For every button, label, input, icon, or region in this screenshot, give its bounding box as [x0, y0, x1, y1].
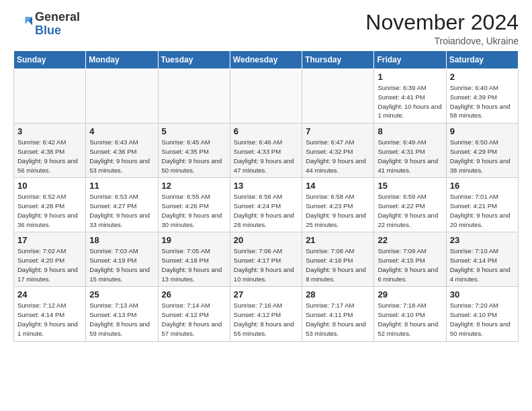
day-info: Sunrise: 6:46 AM Sunset: 4:33 PM Dayligh… — [234, 138, 298, 175]
table-row: 14Sunrise: 6:58 AM Sunset: 4:23 PM Dayli… — [302, 178, 374, 232]
col-thursday: Thursday — [302, 51, 374, 69]
day-number: 12 — [162, 181, 226, 191]
day-info: Sunrise: 7:05 AM Sunset: 4:18 PM Dayligh… — [162, 246, 226, 283]
table-row — [302, 69, 374, 124]
table-row: 29Sunrise: 7:18 AM Sunset: 4:10 PM Dayli… — [374, 287, 446, 341]
table-row — [14, 69, 86, 124]
week-row-3: 17Sunrise: 7:02 AM Sunset: 4:20 PM Dayli… — [14, 232, 519, 287]
table-row — [230, 69, 302, 124]
table-row: 23Sunrise: 7:10 AM Sunset: 4:14 PM Dayli… — [446, 232, 518, 287]
page: General Blue November 2024 Troiandove, U… — [0, 0, 532, 349]
table-row: 16Sunrise: 7:01 AM Sunset: 4:21 PM Dayli… — [446, 178, 518, 232]
table-row: 17Sunrise: 7:02 AM Sunset: 4:20 PM Dayli… — [14, 232, 86, 287]
day-number: 10 — [17, 181, 82, 191]
table-row: 9Sunrise: 6:50 AM Sunset: 4:29 PM Daylig… — [446, 124, 518, 178]
week-row-1: 3Sunrise: 6:42 AM Sunset: 4:38 PM Daylig… — [14, 124, 519, 178]
day-number: 18 — [89, 235, 154, 245]
day-number: 4 — [89, 126, 154, 136]
day-info: Sunrise: 7:14 AM Sunset: 4:12 PM Dayligh… — [162, 301, 226, 338]
table-row: 28Sunrise: 7:17 AM Sunset: 4:11 PM Dayli… — [302, 287, 374, 341]
day-info: Sunrise: 7:01 AM Sunset: 4:21 PM Dayligh… — [450, 192, 515, 229]
day-number: 14 — [306, 181, 370, 191]
table-row: 6Sunrise: 6:46 AM Sunset: 4:33 PM Daylig… — [230, 124, 302, 178]
day-number: 30 — [450, 289, 515, 300]
table-row: 26Sunrise: 7:14 AM Sunset: 4:12 PM Dayli… — [158, 287, 230, 341]
logo-general-text: General — [35, 10, 80, 24]
day-number: 28 — [306, 289, 370, 300]
table-row: 22Sunrise: 7:09 AM Sunset: 4:15 PM Dayli… — [374, 232, 446, 287]
table-row: 5Sunrise: 6:45 AM Sunset: 4:35 PM Daylig… — [158, 124, 230, 178]
table-row: 4Sunrise: 6:43 AM Sunset: 4:36 PM Daylig… — [86, 124, 158, 178]
table-row — [86, 69, 158, 124]
day-info: Sunrise: 7:08 AM Sunset: 4:16 PM Dayligh… — [306, 246, 370, 283]
day-info: Sunrise: 6:56 AM Sunset: 4:24 PM Dayligh… — [234, 192, 298, 229]
col-sunday: Sunday — [14, 51, 86, 69]
table-row: 21Sunrise: 7:08 AM Sunset: 4:16 PM Dayli… — [302, 232, 374, 287]
month-title: November 2024 — [365, 11, 519, 34]
day-number: 1 — [378, 72, 442, 82]
day-number: 21 — [306, 235, 370, 245]
table-row: 10Sunrise: 6:52 AM Sunset: 4:28 PM Dayli… — [14, 178, 86, 232]
day-number: 19 — [162, 235, 226, 245]
table-row: 19Sunrise: 7:05 AM Sunset: 4:18 PM Dayli… — [158, 232, 230, 287]
day-number: 6 — [234, 126, 298, 136]
day-number: 8 — [378, 126, 442, 136]
logo-blue-text: Blue — [35, 24, 61, 37]
day-info: Sunrise: 7:13 AM Sunset: 4:13 PM Dayligh… — [89, 301, 154, 338]
day-info: Sunrise: 6:52 AM Sunset: 4:28 PM Dayligh… — [17, 192, 82, 229]
day-number: 25 — [89, 289, 154, 300]
day-info: Sunrise: 6:40 AM Sunset: 4:39 PM Dayligh… — [450, 83, 515, 120]
day-info: Sunrise: 6:50 AM Sunset: 4:29 PM Dayligh… — [450, 138, 515, 175]
day-info: Sunrise: 7:10 AM Sunset: 4:14 PM Dayligh… — [450, 246, 515, 283]
day-number: 26 — [162, 289, 226, 300]
table-row: 27Sunrise: 7:16 AM Sunset: 4:12 PM Dayli… — [230, 287, 302, 341]
day-info: Sunrise: 7:18 AM Sunset: 4:10 PM Dayligh… — [378, 301, 442, 338]
table-row — [158, 69, 230, 124]
col-friday: Friday — [374, 51, 446, 69]
table-row: 13Sunrise: 6:56 AM Sunset: 4:24 PM Dayli… — [230, 178, 302, 232]
location-text: Troiandove, Ukraine — [365, 36, 519, 46]
day-number: 16 — [450, 181, 515, 191]
col-wednesday: Wednesday — [230, 51, 302, 69]
day-number: 9 — [450, 126, 515, 136]
day-number: 15 — [378, 181, 442, 191]
table-row: 18Sunrise: 7:03 AM Sunset: 4:19 PM Dayli… — [86, 232, 158, 287]
calendar-header-row: Sunday Monday Tuesday Wednesday Thursday… — [14, 51, 519, 69]
day-info: Sunrise: 7:16 AM Sunset: 4:12 PM Dayligh… — [234, 301, 298, 338]
day-number: 3 — [17, 126, 82, 136]
day-number: 23 — [450, 235, 515, 245]
table-row: 15Sunrise: 6:59 AM Sunset: 4:22 PM Dayli… — [374, 178, 446, 232]
day-info: Sunrise: 7:12 AM Sunset: 4:14 PM Dayligh… — [17, 301, 82, 338]
day-number: 17 — [17, 235, 82, 245]
day-info: Sunrise: 6:58 AM Sunset: 4:23 PM Dayligh… — [306, 192, 370, 229]
day-info: Sunrise: 6:45 AM Sunset: 4:35 PM Dayligh… — [162, 138, 226, 175]
header: General Blue November 2024 Troiandove, U… — [13, 11, 519, 46]
table-row: 1Sunrise: 6:39 AM Sunset: 4:41 PM Daylig… — [374, 69, 446, 124]
day-info: Sunrise: 7:17 AM Sunset: 4:11 PM Dayligh… — [306, 301, 370, 338]
day-number: 27 — [234, 289, 298, 300]
day-info: Sunrise: 7:03 AM Sunset: 4:19 PM Dayligh… — [89, 246, 154, 283]
col-tuesday: Tuesday — [158, 51, 230, 69]
day-number: 29 — [378, 289, 442, 300]
week-row-0: 1Sunrise: 6:39 AM Sunset: 4:41 PM Daylig… — [14, 69, 519, 124]
week-row-2: 10Sunrise: 6:52 AM Sunset: 4:28 PM Dayli… — [14, 178, 519, 232]
table-row: 20Sunrise: 7:06 AM Sunset: 4:17 PM Dayli… — [230, 232, 302, 287]
day-info: Sunrise: 6:59 AM Sunset: 4:22 PM Dayligh… — [378, 192, 442, 229]
col-saturday: Saturday — [446, 51, 518, 69]
day-info: Sunrise: 6:47 AM Sunset: 4:32 PM Dayligh… — [306, 138, 370, 175]
table-row: 7Sunrise: 6:47 AM Sunset: 4:32 PM Daylig… — [302, 124, 374, 178]
day-number: 13 — [234, 181, 298, 191]
day-number: 7 — [306, 126, 370, 136]
day-number: 20 — [234, 235, 298, 245]
day-number: 2 — [450, 72, 515, 82]
calendar: Sunday Monday Tuesday Wednesday Thursday… — [13, 50, 519, 341]
table-row: 24Sunrise: 7:12 AM Sunset: 4:14 PM Dayli… — [14, 287, 86, 341]
table-row: 11Sunrise: 6:53 AM Sunset: 4:27 PM Dayli… — [86, 178, 158, 232]
day-info: Sunrise: 6:42 AM Sunset: 4:38 PM Dayligh… — [17, 138, 82, 175]
logo-icon — [13, 15, 32, 34]
table-row: 3Sunrise: 6:42 AM Sunset: 4:38 PM Daylig… — [14, 124, 86, 178]
day-info: Sunrise: 6:43 AM Sunset: 4:36 PM Dayligh… — [89, 138, 154, 175]
day-info: Sunrise: 7:02 AM Sunset: 4:20 PM Dayligh… — [17, 246, 82, 283]
day-number: 11 — [89, 181, 154, 191]
table-row: 25Sunrise: 7:13 AM Sunset: 4:13 PM Dayli… — [86, 287, 158, 341]
